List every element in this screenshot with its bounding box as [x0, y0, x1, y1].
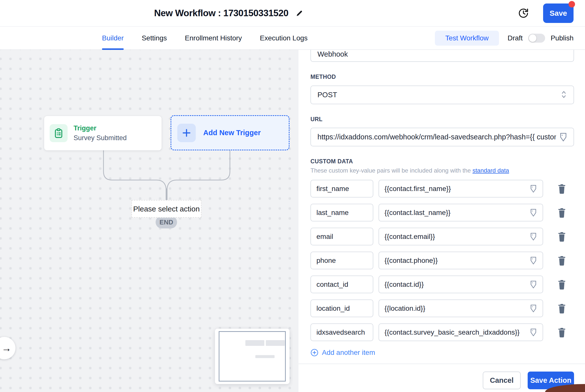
end-node: END — [156, 216, 177, 228]
trash-icon — [557, 208, 566, 218]
trigger-kind-label: Trigger — [74, 124, 127, 132]
select-action-label: Please select action — [133, 205, 200, 213]
draft-label: Draft — [508, 34, 523, 42]
trash-icon — [557, 232, 566, 242]
custom-data-value-wrap — [378, 276, 543, 293]
custom-data-label: CUSTOM DATA — [310, 158, 574, 165]
tag-icon[interactable] — [529, 184, 538, 193]
custom-data-value-input[interactable] — [378, 300, 543, 317]
cancel-button[interactable]: Cancel — [483, 372, 521, 389]
tab-bar: Builder Settings Enrollment History Exec… — [0, 26, 585, 50]
custom-data-key-input[interactable] — [310, 180, 373, 198]
custom-data-row — [310, 204, 574, 222]
unsaved-notification-dot — [568, 1, 575, 8]
custom-data-rows — [310, 180, 574, 341]
draft-publish-toggle[interactable] — [528, 34, 545, 43]
custom-data-value-input[interactable] — [378, 204, 543, 222]
expand-panel-handle[interactable]: → — [0, 337, 16, 359]
trigger-name-label: Survey Submitted — [74, 134, 127, 142]
workflow-canvas[interactable]: Trigger Survey Submitted Add New Trigger… — [0, 50, 298, 392]
tag-icon[interactable] — [558, 132, 568, 142]
trash-icon — [557, 327, 566, 338]
action-settings-panel: METHOD URL CUSTOM DAT — [298, 50, 585, 392]
edit-title-pencil-icon[interactable] — [296, 9, 304, 17]
circle-plus-icon — [310, 348, 318, 356]
trash-icon — [557, 279, 566, 290]
method-label: METHOD — [310, 74, 574, 80]
custom-data-value-wrap — [378, 180, 543, 198]
test-workflow-button[interactable]: Test Workflow — [435, 31, 499, 46]
delete-row-button[interactable] — [556, 254, 568, 267]
custom-data-key-input[interactable] — [310, 228, 373, 245]
header-right: Save — [518, 0, 574, 26]
minimap-node — [245, 340, 264, 346]
add-new-trigger-label: Add New Trigger — [203, 129, 260, 137]
delete-row-button[interactable] — [556, 230, 568, 244]
custom-data-value-input[interactable] — [378, 252, 543, 269]
url-input-wrap — [310, 128, 574, 146]
panel-divider — [298, 364, 585, 364]
header: New Workflow : 1730150331520 Save — [0, 0, 585, 26]
custom-data-key-input[interactable] — [310, 300, 373, 317]
minimap-viewport — [219, 331, 286, 382]
custom-data-key-input[interactable] — [310, 252, 373, 269]
custom-data-key-input[interactable] — [310, 276, 373, 293]
toggle-knob — [529, 34, 536, 42]
custom-data-value-wrap — [378, 324, 543, 341]
trash-icon — [557, 184, 566, 194]
tab-enrollment-history[interactable]: Enrollment History — [185, 27, 242, 49]
delete-row-button[interactable] — [556, 206, 568, 220]
tag-icon[interactable] — [529, 208, 538, 217]
tag-icon[interactable] — [529, 328, 538, 337]
custom-data-key-input[interactable] — [310, 204, 373, 222]
custom-data-description: These custom key-value pairs will be inc… — [310, 167, 574, 174]
tab-builder[interactable]: Builder — [102, 27, 124, 49]
delete-row-button[interactable] — [556, 326, 568, 339]
url-label: URL — [310, 116, 574, 123]
panel-footer: Cancel Save Action — [310, 372, 574, 389]
plus-icon — [182, 128, 192, 138]
custom-data-key-input[interactable] — [310, 324, 373, 341]
delete-row-button[interactable] — [556, 278, 568, 291]
plus-icon-box — [177, 124, 196, 142]
custom-data-value-input[interactable] — [378, 324, 543, 341]
custom-data-value-wrap — [378, 204, 543, 222]
custom-data-value-wrap — [378, 228, 543, 245]
tag-icon[interactable] — [529, 256, 538, 265]
standard-data-link[interactable]: standard data — [472, 167, 509, 174]
select-chevrons-icon[interactable] — [560, 90, 567, 100]
arrow-right-icon: → — [2, 343, 12, 354]
add-new-trigger-card[interactable]: Add New Trigger — [170, 115, 290, 150]
delete-row-button[interactable] — [556, 182, 568, 196]
select-action-placeholder[interactable]: Please select action — [132, 200, 202, 218]
custom-data-row — [310, 252, 574, 269]
delete-row-button[interactable] — [556, 302, 568, 315]
add-another-item-label: Add another item — [322, 348, 375, 356]
tag-icon[interactable] — [529, 304, 538, 313]
url-input[interactable] — [310, 128, 574, 146]
tag-icon[interactable] — [529, 280, 538, 289]
custom-data-description-text: These custom key-value pairs will be inc… — [310, 167, 472, 174]
main: Trigger Survey Submitted Add New Trigger… — [0, 50, 585, 392]
custom-data-value-wrap — [378, 300, 543, 317]
action-name-input[interactable] — [310, 50, 574, 62]
publish-label: Publish — [550, 34, 574, 42]
custom-data-value-input[interactable] — [378, 180, 543, 198]
history-clock-icon[interactable] — [518, 8, 529, 19]
page-title: New Workflow : 1730150331520 — [154, 8, 288, 18]
custom-data-row — [310, 276, 574, 293]
custom-data-value-input[interactable] — [378, 228, 543, 245]
save-button[interactable]: Save — [543, 4, 574, 23]
tab-execution-logs[interactable]: Execution Logs — [260, 27, 308, 49]
add-another-item-link[interactable]: Add another item — [310, 348, 375, 356]
custom-data-row — [310, 180, 574, 198]
tab-settings[interactable]: Settings — [142, 27, 167, 49]
minimap[interactable] — [215, 329, 290, 384]
method-select[interactable] — [310, 86, 574, 104]
tag-icon[interactable] — [529, 232, 538, 241]
save-button-label: Save — [550, 9, 567, 17]
trigger-node-survey-submitted[interactable]: Trigger Survey Submitted — [44, 116, 162, 150]
custom-data-row — [310, 300, 574, 317]
survey-clipboard-icon — [53, 128, 64, 139]
custom-data-value-input[interactable] — [378, 276, 543, 293]
